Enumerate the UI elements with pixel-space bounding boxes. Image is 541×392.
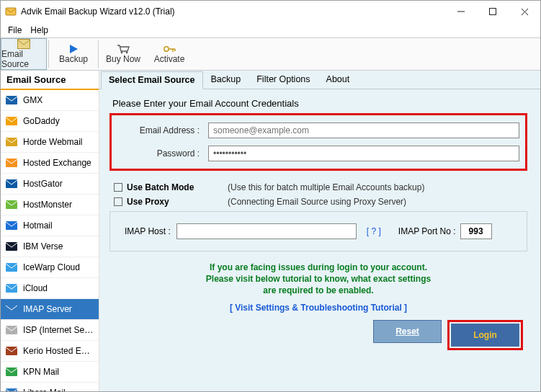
- svg-rect-17: [6, 179, 17, 188]
- sidebar-item[interactable]: GMX: [1, 90, 99, 111]
- source-icon: [4, 323, 19, 337]
- imap-help-link[interactable]: [ ? ]: [367, 226, 381, 236]
- svg-rect-5: [18, 40, 30, 49]
- imap-settings: IMAP Host : [ ? ] IMAP Port No :: [109, 211, 527, 251]
- source-icon: [4, 239, 19, 254]
- credentials-title: Please Enter your Email Account Credenti…: [112, 98, 527, 109]
- maximize-button[interactable]: [477, 1, 509, 22]
- source-icon: [4, 365, 19, 379]
- sidebar-item[interactable]: Hosted Exchange: [1, 153, 99, 174]
- sidebar-item-label: IMAP Server: [23, 304, 72, 314]
- sidebar-item[interactable]: Hotmail: [1, 215, 99, 236]
- sidebar-item-label: GoDaddy: [23, 116, 60, 126]
- password-label: Password :: [116, 148, 208, 159]
- proxy-checkbox[interactable]: Use Proxy: [114, 197, 215, 207]
- play-icon: [68, 44, 79, 54]
- menu-file[interactable]: File: [8, 25, 22, 35]
- toolbar-email-source[interactable]: Email Source: [1, 38, 47, 70]
- sidebar-item-label: KPN Mail: [23, 367, 59, 377]
- help-text: If you are facing issues during login to…: [109, 262, 527, 297]
- source-icon: [4, 281, 19, 295]
- batch-mode-checkbox[interactable]: Use Batch Mode: [114, 182, 215, 192]
- tab-bar: Select Email SourceBackupFilter OptionsA…: [99, 71, 540, 89]
- tab[interactable]: Filter Options: [249, 71, 318, 89]
- source-icon: [4, 114, 19, 128]
- sidebar-item[interactable]: KPN Mail: [1, 362, 99, 383]
- imap-port-input[interactable]: [460, 223, 492, 239]
- imap-host-input[interactable]: [176, 223, 357, 239]
- login-button[interactable]: Login: [451, 324, 519, 347]
- toolbar-backup[interactable]: Backup: [50, 38, 97, 70]
- sidebar-item-label: ISP (Internet Service Provider): [23, 325, 95, 335]
- sidebar-item[interactable]: HostGator: [1, 174, 99, 195]
- window-title: Advik Email Backup Wizard v12.0 (Trial): [21, 6, 445, 17]
- sidebar-item[interactable]: Libero Mail: [1, 383, 99, 391]
- sidebar-item-label: Kerio Hosted Email: [23, 346, 95, 356]
- source-icon: [4, 260, 19, 275]
- sidebar-item[interactable]: GoDaddy: [1, 111, 99, 132]
- svg-rect-20: [6, 242, 17, 251]
- proxy-desc: (Connecting Email Source using Proxy Ser…: [228, 197, 406, 207]
- checkbox-icon: [114, 197, 122, 206]
- sidebar-item[interactable]: IBM Verse: [1, 236, 99, 257]
- toolbar: Email Source Backup Buy Now Activate: [1, 38, 540, 71]
- checkbox-icon: [114, 183, 122, 192]
- password-input[interactable]: [208, 146, 519, 161]
- sidebar-item[interactable]: iCloud: [1, 278, 99, 299]
- app-icon: [5, 6, 17, 17]
- sidebar-item-label: HostMonster: [23, 200, 72, 210]
- toolbar-activate[interactable]: Activate: [146, 38, 192, 70]
- sidebar-item[interactable]: Horde Webmail: [1, 132, 99, 153]
- main-panel: Select Email SourceBackupFilter OptionsA…: [99, 71, 540, 391]
- tab[interactable]: About: [318, 71, 358, 89]
- sidebar-item[interactable]: ISP (Internet Service Provider): [1, 320, 99, 341]
- sidebar-item-label: Horde Webmail: [23, 137, 82, 147]
- tab[interactable]: Backup: [203, 71, 249, 89]
- source-icon: [4, 218, 19, 233]
- tab[interactable]: Select Email Source: [101, 71, 203, 89]
- svg-point-8: [126, 52, 128, 54]
- sidebar-item[interactable]: Kerio Hosted Email: [1, 341, 99, 362]
- reset-button[interactable]: Reset: [373, 320, 442, 343]
- source-icon: [4, 135, 19, 149]
- svg-rect-26: [6, 368, 17, 376]
- source-icon: [4, 197, 19, 212]
- svg-point-9: [164, 47, 169, 51]
- sidebar-item[interactable]: HostMonster: [1, 195, 99, 215]
- email-label: Email Address :: [116, 125, 208, 135]
- svg-rect-22: [6, 284, 17, 293]
- sidebar-item-label: Hosted Exchange: [23, 158, 91, 168]
- source-list: GMXGoDaddyHorde WebmailHosted ExchangeHo…: [1, 90, 99, 391]
- source-icon: [4, 344, 19, 358]
- email-input[interactable]: [208, 122, 519, 138]
- svg-rect-19: [6, 221, 17, 230]
- svg-rect-0: [6, 8, 16, 15]
- source-icon: [4, 386, 19, 391]
- menu-bar: File Help: [1, 22, 540, 38]
- svg-rect-24: [6, 326, 17, 334]
- svg-rect-16: [6, 159, 17, 167]
- source-icon: [4, 177, 19, 191]
- sidebar-item[interactable]: IceWarp Cloud: [1, 257, 99, 278]
- menu-help[interactable]: Help: [30, 25, 48, 35]
- svg-marker-6: [70, 45, 78, 53]
- credentials-box: Email Address : Password :: [109, 113, 527, 171]
- sidebar-item[interactable]: IMAP Server: [1, 299, 99, 320]
- sidebar-item-label: HostGator: [23, 179, 63, 189]
- minimize-button[interactable]: [445, 1, 477, 22]
- sidebar-item-label: Libero Mail: [23, 388, 66, 391]
- source-icon: [4, 302, 19, 316]
- svg-rect-2: [490, 9, 496, 15]
- imap-port-label: IMAP Port No :: [398, 226, 456, 236]
- batch-mode-desc: (Use this for batch multiple Email Accou…: [228, 182, 424, 192]
- sidebar: Email Source GMXGoDaddyHorde WebmailHost…: [1, 71, 99, 391]
- svg-rect-25: [6, 347, 17, 355]
- toolbar-buy-now[interactable]: Buy Now: [100, 38, 146, 70]
- title-bar: Advik Email Backup Wizard v12.0 (Trial): [1, 1, 540, 22]
- source-icon: [4, 156, 19, 170]
- svg-rect-15: [6, 138, 17, 146]
- close-button[interactable]: [509, 1, 540, 22]
- tutorial-link[interactable]: [ Visit Settings & Troubleshooting Tutor…: [109, 303, 527, 313]
- sidebar-item-label: IBM Verse: [23, 241, 63, 251]
- svg-rect-21: [6, 263, 17, 272]
